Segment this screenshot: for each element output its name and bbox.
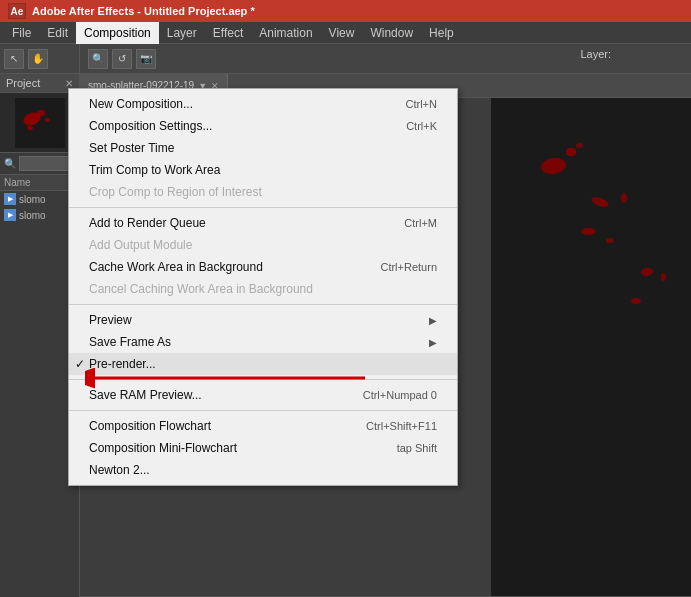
new-composition-label: New Composition... (89, 97, 193, 111)
layer-label: Layer: (580, 48, 611, 60)
menu-view[interactable]: View (321, 22, 363, 44)
ae-app-icon: Ae (8, 3, 26, 19)
menu-add-render-queue[interactable]: Add to Render Queue Ctrl+M (69, 212, 457, 234)
select-tool[interactable]: ↖ (4, 49, 24, 69)
menu-set-poster-time[interactable]: Set Poster Time (69, 137, 457, 159)
composition-flowchart-label: Composition Flowchart (89, 419, 211, 433)
set-poster-time-label: Set Poster Time (89, 141, 174, 155)
save-frame-as-label: Save Frame As (89, 335, 171, 349)
menu-help[interactable]: Help (421, 22, 462, 44)
save-frame-submenu-arrow: ▶ (429, 337, 437, 348)
cache-work-area-label: Cache Work Area in Background (89, 260, 263, 274)
menu-section-2: Add to Render Queue Ctrl+M Add Output Mo… (69, 208, 457, 305)
menu-animation[interactable]: Animation (251, 22, 320, 44)
crop-comp-label: Crop Comp to Region of Interest (89, 185, 262, 199)
menu-cancel-caching: Cancel Caching Work Area in Background (69, 278, 457, 300)
window-title: Adobe After Effects - Untitled Project.a… (32, 5, 255, 17)
menu-pre-render[interactable]: ✓ Pre-render... (69, 353, 457, 375)
menu-composition-mini-flowchart[interactable]: Composition Mini-Flowchart tap Shift (69, 437, 457, 459)
composition-mini-flowchart-shortcut: tap Shift (397, 442, 437, 454)
composition-flowchart-shortcut: Ctrl+Shift+F11 (366, 420, 437, 432)
menu-section-4: Save RAM Preview... Ctrl+Numpad 0 (69, 380, 457, 411)
menu-layer[interactable]: Layer (159, 22, 205, 44)
newton2-label: Newton 2... (89, 463, 150, 477)
dropdown-overlay: New Composition... Ctrl+N Composition Se… (0, 88, 691, 597)
toolbar: ↖ ✋ (0, 44, 79, 74)
menu-new-composition[interactable]: New Composition... Ctrl+N (69, 93, 457, 115)
hand-tool[interactable]: ✋ (28, 49, 48, 69)
project-close-button[interactable]: ✕ (65, 78, 73, 89)
menu-save-ram-preview[interactable]: Save RAM Preview... Ctrl+Numpad 0 (69, 384, 457, 406)
composition-settings-label: Composition Settings... (89, 119, 212, 133)
rotate-tool[interactable]: ↺ (112, 49, 132, 69)
pre-render-checkmark: ✓ (75, 357, 85, 371)
preview-submenu-arrow: ▶ (429, 315, 437, 326)
composition-mini-flowchart-label: Composition Mini-Flowchart (89, 441, 237, 455)
menu-add-output-module: Add Output Module (69, 234, 457, 256)
menu-composition-settings[interactable]: Composition Settings... Ctrl+K (69, 115, 457, 137)
menu-newton2[interactable]: Newton 2... (69, 459, 457, 481)
save-ram-preview-label: Save RAM Preview... (89, 388, 202, 402)
menu-preview[interactable]: Preview ▶ (69, 309, 457, 331)
menu-effect[interactable]: Effect (205, 22, 251, 44)
composition-settings-shortcut: Ctrl+K (406, 120, 437, 132)
save-ram-preview-shortcut: Ctrl+Numpad 0 (363, 389, 437, 401)
menu-file[interactable]: File (4, 22, 39, 44)
menu-cache-work-area[interactable]: Cache Work Area in Background Ctrl+Retur… (69, 256, 457, 278)
zoom-tool[interactable]: 🔍 (88, 49, 108, 69)
pre-render-label: Pre-render... (89, 357, 156, 371)
cache-work-area-shortcut: Ctrl+Return (380, 261, 437, 273)
menu-save-frame-as[interactable]: Save Frame As ▶ (69, 331, 457, 353)
trim-comp-label: Trim Comp to Work Area (89, 163, 220, 177)
menu-section-1: New Composition... Ctrl+N Composition Se… (69, 89, 457, 208)
menu-bar: File Edit Composition Layer Effect Anima… (0, 22, 691, 44)
menu-composition[interactable]: Composition (76, 22, 159, 44)
preview-label: Preview (89, 313, 132, 327)
menu-section-5: Composition Flowchart Ctrl+Shift+F11 Com… (69, 411, 457, 485)
menu-crop-comp: Crop Comp to Region of Interest (69, 181, 457, 203)
new-composition-shortcut: Ctrl+N (406, 98, 437, 110)
cancel-caching-label: Cancel Caching Work Area in Background (89, 282, 313, 296)
title-bar: Ae Adobe After Effects - Untitled Projec… (0, 0, 691, 22)
menu-section-3: Preview ▶ Save Frame As ▶ ✓ Pre-render..… (69, 305, 457, 380)
main-area: ↖ ✋ Project ✕ 🔍 Name (0, 44, 691, 597)
add-render-queue-label: Add to Render Queue (89, 216, 206, 230)
camera-tool[interactable]: 📷 (136, 49, 156, 69)
menu-trim-comp[interactable]: Trim Comp to Work Area (69, 159, 457, 181)
add-render-queue-shortcut: Ctrl+M (404, 217, 437, 229)
menu-composition-flowchart[interactable]: Composition Flowchart Ctrl+Shift+F11 (69, 415, 457, 437)
add-output-module-label: Add Output Module (89, 238, 192, 252)
menu-window[interactable]: Window (362, 22, 421, 44)
composition-dropdown-menu: New Composition... Ctrl+N Composition Se… (68, 88, 458, 486)
menu-edit[interactable]: Edit (39, 22, 76, 44)
